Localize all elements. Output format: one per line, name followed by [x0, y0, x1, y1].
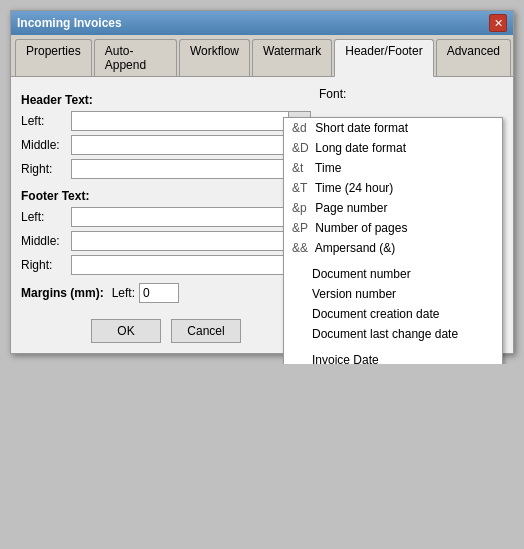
- footer-right-label: Right:: [21, 258, 71, 272]
- footer-right-row: Right: >: [21, 255, 311, 275]
- menu-item-num-pages[interactable]: &P Number of pages: [284, 218, 502, 238]
- menu-item-short-date[interactable]: &d Short date format: [284, 118, 502, 138]
- footer-middle-row: Middle: >: [21, 231, 311, 251]
- title-bar: Incoming Invoices ✕: [11, 11, 513, 35]
- menu-item-doc-last-change[interactable]: Document last change date: [284, 324, 502, 344]
- header-middle-label: Middle:: [21, 138, 71, 152]
- margins-left-label: Left:: [112, 286, 135, 300]
- tab-advanced[interactable]: Advanced: [436, 39, 511, 76]
- tab-header-footer[interactable]: Header/Footer: [334, 39, 433, 77]
- menu-item-long-date[interactable]: &D Long date format: [284, 138, 502, 158]
- header-left-input[interactable]: [71, 111, 289, 131]
- margins-row: Margins (mm): Left:: [21, 283, 311, 303]
- dropdown-menu: &d Short date format &D Long date format…: [283, 117, 503, 364]
- main-window: Incoming Invoices ✕ Properties Auto-Appe…: [10, 10, 514, 354]
- footer-text-label: Footer Text:: [21, 189, 311, 203]
- menu-item-time-code: &t: [292, 161, 312, 175]
- header-left-row: Left: >: [21, 111, 311, 131]
- footer-middle-input[interactable]: [71, 231, 289, 251]
- menu-item-short-date-code: &d: [292, 121, 312, 135]
- margins-label: Margins (mm):: [21, 286, 104, 300]
- menu-item-num-pages-code: &P: [292, 221, 312, 235]
- footer-middle-label: Middle:: [21, 234, 71, 248]
- window-title: Incoming Invoices: [17, 16, 122, 30]
- close-button[interactable]: ✕: [489, 14, 507, 32]
- tab-workflow[interactable]: Workflow: [179, 39, 250, 76]
- menu-item-page-number[interactable]: &p Page number: [284, 198, 502, 218]
- font-label: Font:: [319, 87, 503, 101]
- header-right-label: Right:: [21, 162, 71, 176]
- dialog-buttons: OK Cancel: [21, 319, 311, 343]
- menu-item-ampersand-code: &&: [292, 241, 312, 255]
- content-area: Header Text: Left: > Middle: > Right: >: [11, 77, 513, 353]
- cancel-button[interactable]: Cancel: [171, 319, 241, 343]
- menu-item-time24[interactable]: &T Time (24 hour): [284, 178, 502, 198]
- tab-properties[interactable]: Properties: [15, 39, 92, 76]
- ok-button[interactable]: OK: [91, 319, 161, 343]
- footer-left-row: Left: >: [21, 207, 311, 227]
- menu-item-ampersand[interactable]: && Ampersand (&): [284, 238, 502, 258]
- left-panel: Header Text: Left: > Middle: > Right: >: [21, 87, 311, 343]
- header-right-row: Right: >: [21, 159, 311, 179]
- tab-watermark[interactable]: Watermark: [252, 39, 332, 76]
- header-middle-row: Middle: >: [21, 135, 311, 155]
- right-panel: Font: &d Short date format &D Long date …: [311, 87, 503, 343]
- menu-item-time24-code: &T: [292, 181, 312, 195]
- header-text-label: Header Text:: [21, 93, 311, 107]
- main-layout: Header Text: Left: > Middle: > Right: >: [21, 87, 503, 343]
- menu-item-long-date-code: &D: [292, 141, 312, 155]
- footer-left-label: Left:: [21, 210, 71, 224]
- menu-item-doc-number[interactable]: Document number: [284, 264, 502, 284]
- menu-item-time[interactable]: &t Time: [284, 158, 502, 178]
- footer-right-input[interactable]: [71, 255, 289, 275]
- menu-item-page-number-code: &p: [292, 201, 312, 215]
- menu-item-invoice-date[interactable]: Invoice Date: [284, 350, 502, 364]
- header-right-input[interactable]: [71, 159, 289, 179]
- menu-item-version-number[interactable]: Version number: [284, 284, 502, 304]
- footer-left-input[interactable]: [71, 207, 289, 227]
- header-left-label: Left:: [21, 114, 71, 128]
- menu-item-doc-creation[interactable]: Document creation date: [284, 304, 502, 324]
- header-middle-input[interactable]: [71, 135, 289, 155]
- tab-auto-append[interactable]: Auto-Append: [94, 39, 177, 76]
- tab-bar: Properties Auto-Append Workflow Watermar…: [11, 35, 513, 77]
- margins-left-input[interactable]: [139, 283, 179, 303]
